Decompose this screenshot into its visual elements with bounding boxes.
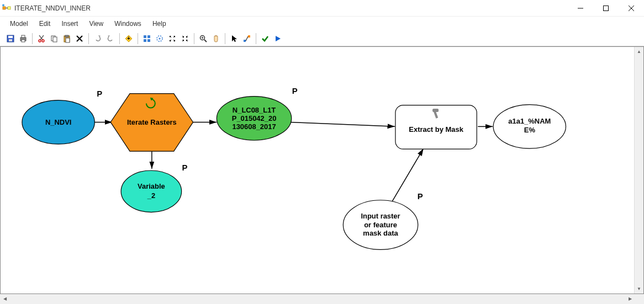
svg-point-17 [42,40,44,42]
model-canvas[interactable]: N_NDVI P Iterate Rasters N_LC08_L1T P_01… [1,47,643,294]
node-n-lc08[interactable]: N_LC08_L1T P_015042_20 130608_2017 [217,97,291,141]
svg-text:Iterate Rasters: Iterate Rasters [127,118,177,126]
minimize-button[interactable] [568,0,593,16]
app-icon [2,4,11,13]
copy-icon[interactable] [48,33,60,45]
svg-rect-30 [147,35,150,38]
param-flag: P [292,86,298,95]
select-icon[interactable] [228,33,240,45]
close-button[interactable] [619,0,644,16]
save-icon[interactable] [4,33,17,45]
svg-text:+: + [127,35,130,41]
param-flag: P [418,191,423,201]
svg-text:Input raster: Input raster [361,212,400,220]
node-extract-by-mask[interactable]: Extract by Mask [395,105,477,150]
svg-marker-26 [108,35,110,37]
svg-text:130608_2017: 130608_2017 [232,122,276,131]
fixed-zoom-out-icon[interactable] [179,33,191,45]
svg-rect-9 [8,36,13,38]
svg-text:N_NDVI: N_NDVI [45,118,71,126]
param-flag: P [97,89,102,98]
menu-model[interactable]: Model [4,17,34,31]
menu-view[interactable]: View [83,17,109,31]
node-output[interactable]: a1a1_%NAM E% [493,105,566,149]
svg-rect-0 [3,7,6,9]
node-input-mask[interactable]: Input raster or feature mask data [343,200,418,250]
paste-icon[interactable] [61,33,73,45]
maximize-button[interactable] [593,0,619,16]
svg-text:or feature: or feature [364,221,397,229]
svg-line-52 [204,40,207,42]
cut-icon[interactable] [35,33,47,45]
param-flag: P [182,163,188,172]
svg-marker-25 [98,35,101,37]
print-icon[interactable] [17,33,29,45]
menu-windows[interactable]: Windows [109,17,147,31]
node-iterate-rasters[interactable]: Iterate Rasters [110,94,193,152]
svg-point-3 [2,4,4,6]
svg-text:P_015042_20: P_015042_20 [232,114,277,122]
svg-rect-21 [65,35,68,37]
svg-rect-13 [22,40,25,42]
svg-rect-57 [248,35,250,38]
svg-rect-56 [244,40,246,42]
model-canvas-wrapper: N_NDVI P Iterate Rasters N_LC08_L1T P_01… [0,46,644,294]
svg-rect-5 [604,6,609,10]
connect-icon[interactable] [241,33,253,45]
toolbar: + [0,31,644,46]
menu-edit[interactable]: Edit [34,17,56,31]
svg-rect-19 [53,37,57,42]
menu-help[interactable]: Help [147,17,172,31]
auto-layout-icon[interactable] [141,33,153,45]
node-n-ndvi[interactable]: N_NDVI [22,100,94,145]
svg-rect-31 [144,39,146,42]
svg-marker-59 [276,36,281,41]
svg-text:a1a1_%NAM: a1a1_%NAM [508,117,551,125]
menu-insert[interactable]: Insert [56,17,83,31]
svg-line-63 [291,122,395,126]
menu-bar: Model Edit Insert View Windows Help [0,17,644,31]
svg-line-58 [246,36,248,41]
svg-point-16 [39,40,41,42]
run-icon[interactable] [272,33,284,45]
svg-rect-29 [144,35,146,38]
svg-rect-32 [147,39,150,42]
vertical-scrollbar[interactable]: ▲ ▼ [634,47,643,294]
horizontal-scrollbar[interactable]: ◀ ▶ [0,294,644,304]
node-variable-2[interactable]: Variable _2 [121,170,182,212]
svg-text:mask data: mask data [363,229,398,237]
zoom-icon[interactable] [197,33,209,45]
svg-rect-1 [8,7,10,9]
pan-icon[interactable] [210,33,222,45]
svg-text:E%: E% [524,126,536,134]
full-extent-icon[interactable] [154,33,166,45]
add-data-icon[interactable]: + [123,33,135,45]
svg-rect-22 [66,38,70,42]
redo-icon[interactable] [104,33,117,45]
fixed-zoom-in-icon[interactable] [166,33,178,45]
svg-text:_2: _2 [147,191,155,200]
svg-rect-12 [22,35,25,38]
undo-icon[interactable] [92,33,104,45]
svg-point-34 [159,38,161,39]
svg-text:Variable: Variable [138,182,165,190]
window-title: ITERATE_NNDVI_INNER [14,4,568,12]
svg-text:Extract by Mask: Extract by Mask [409,125,463,134]
validate-icon[interactable] [259,33,271,45]
delete-icon[interactable] [73,33,86,45]
svg-text:N_LC08_L1T: N_LC08_L1T [233,106,276,114]
svg-rect-10 [9,39,12,41]
svg-marker-55 [232,35,237,42]
